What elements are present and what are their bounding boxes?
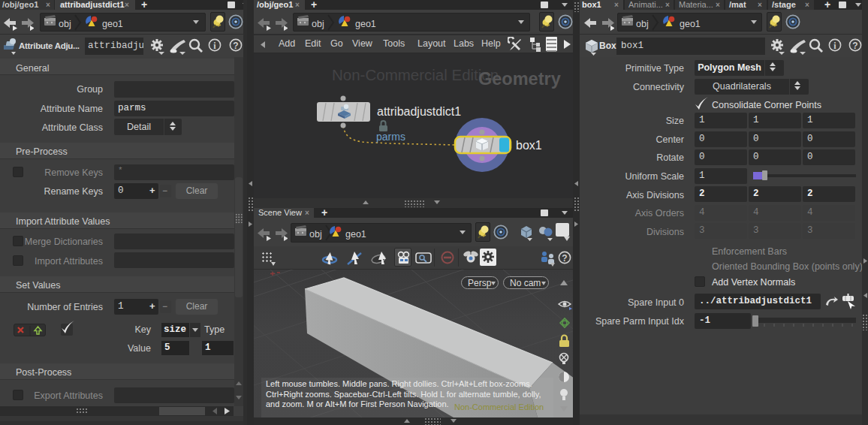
svg-text:?: ? [562, 253, 567, 264]
svg-text:i: i [213, 41, 216, 51]
svg-text:parms: parms [376, 131, 405, 143]
svg-text:?: ? [852, 41, 857, 51]
svg-text:box1: box1 [516, 139, 542, 152]
svg-text:attribadjustdict1: attribadjustdict1 [377, 105, 461, 118]
svg-text:i: i [833, 41, 836, 51]
svg-text:?: ? [233, 41, 238, 51]
